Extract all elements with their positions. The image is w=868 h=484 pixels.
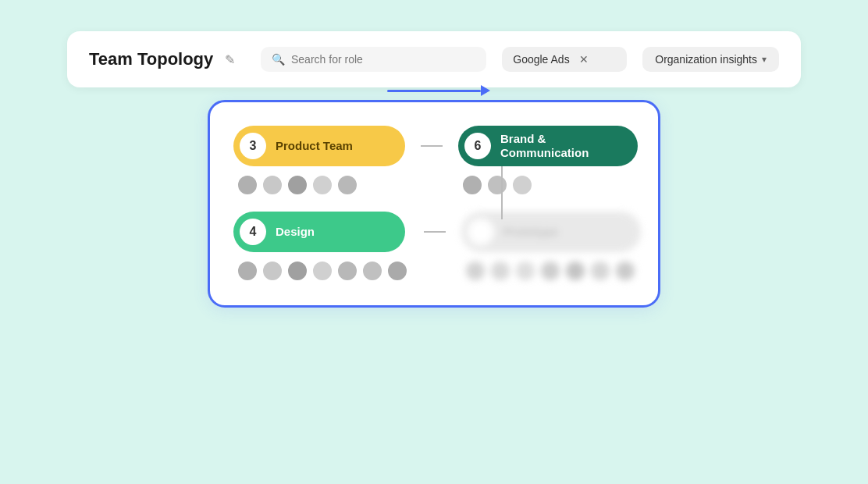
avatar: [286, 260, 308, 282]
diagram-card: 3 Product Team 6: [208, 100, 660, 308]
avatar: [486, 174, 508, 196]
avatar: [511, 174, 533, 196]
avatar: [514, 260, 536, 282]
org-insights-label: Organization insights: [655, 53, 757, 66]
product-team-label: Product Team: [276, 139, 353, 153]
row-2: 4 Design: [233, 212, 635, 282]
vertical-connector: [501, 166, 503, 219]
avatar: [489, 260, 511, 282]
avatar: [261, 260, 283, 282]
avatar: [464, 260, 486, 282]
avatar: [336, 174, 358, 196]
product-team-avatars: [233, 174, 405, 196]
top-arrow: [387, 85, 490, 96]
avatar: [286, 174, 308, 196]
avatar: [386, 260, 408, 282]
tag-close-button[interactable]: ✕: [579, 53, 589, 66]
page-title: Team Topology: [89, 49, 213, 69]
arrow-head: [481, 85, 490, 96]
tag-label: Google Ads: [513, 53, 569, 66]
prototype-pill: Prototype: [461, 212, 641, 252]
main-wrapper: Team Topology ✎ 🔍 Google Ads ✕ Organizat…: [59, 31, 809, 453]
arrow-line: [387, 90, 481, 92]
search-input[interactable]: [291, 53, 475, 66]
brand-team-pill[interactable]: 6 Brand &Communication: [458, 126, 638, 166]
avatar: [539, 260, 561, 282]
tag-chip: Google Ads ✕: [502, 47, 627, 72]
design-team-pill[interactable]: 4 Design: [233, 212, 405, 252]
avatar: [311, 174, 333, 196]
row2-connector: [424, 212, 446, 252]
design-col: 4 Design: [233, 212, 408, 282]
avatar: [589, 260, 611, 282]
row1-connector: [421, 126, 443, 166]
brand-team-label: Brand &Communication: [500, 132, 589, 160]
avatar: [361, 260, 383, 282]
title-area: Team Topology ✎: [89, 49, 245, 69]
design-avatars: [233, 260, 408, 282]
avatar: [237, 174, 258, 196]
prototype-col: Prototype: [461, 212, 641, 282]
design-team-count: 4: [240, 219, 266, 245]
prototype-label: Prototype: [503, 225, 558, 239]
avatar: [614, 260, 636, 282]
avatar: [311, 260, 333, 282]
brand-avatars: [458, 174, 533, 196]
brand-team-count: 6: [464, 133, 491, 159]
search-icon: 🔍: [272, 53, 285, 66]
avatar: [237, 260, 258, 282]
connector-line: [421, 145, 443, 147]
search-area[interactable]: 🔍: [261, 47, 486, 72]
prototype-blurred: Prototype: [461, 212, 641, 282]
header-card: Team Topology ✎ 🔍 Google Ads ✕ Organizat…: [67, 31, 801, 87]
avatar: [564, 260, 586, 282]
product-team-col: 3 Product Team: [233, 126, 405, 196]
edit-icon[interactable]: ✎: [221, 51, 238, 68]
connector-line: [424, 231, 446, 233]
chevron-down-icon: ▾: [762, 54, 767, 65]
org-insights-button[interactable]: Organization insights ▾: [642, 47, 779, 72]
design-team-label: Design: [276, 225, 315, 239]
prototype-avatars: [461, 260, 641, 282]
avatar: [461, 174, 483, 196]
product-team-count: 3: [240, 133, 266, 159]
prototype-count: [468, 219, 494, 245]
avatar: [261, 174, 283, 196]
brand-col: 6 Brand &Communication: [458, 126, 638, 196]
avatar: [336, 260, 358, 282]
product-team-pill[interactable]: 3 Product Team: [233, 126, 405, 166]
row-1: 3 Product Team 6: [233, 126, 635, 196]
